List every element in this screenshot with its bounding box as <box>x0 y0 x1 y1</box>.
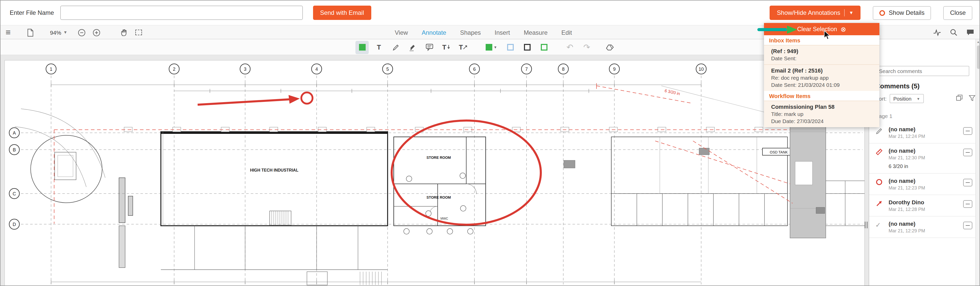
sort-select[interactable]: Position ▼ <box>889 94 924 103</box>
ribbon-tabs: View Annotate Shapes Insert Measure Edit <box>395 25 572 39</box>
svg-text:D: D <box>13 222 16 227</box>
swatch-green[interactable] <box>537 41 550 54</box>
page-thumbnails-icon[interactable] <box>27 25 34 39</box>
inbox-item[interactable]: (Ref : 949) Date Sent: <box>764 45 880 64</box>
redo-icon[interactable]: ↷ <box>580 41 593 54</box>
svg-text:10: 10 <box>698 67 704 72</box>
comment-timestamp: Mar 21, 12:29 PM <box>889 228 959 234</box>
comment-timestamp: Mar 21, 12:30 PM <box>889 155 959 160</box>
mouse-cursor <box>824 30 831 40</box>
button-divider <box>845 9 845 16</box>
comment-list: (no name) Mar 21, 12:24 PM (no name) Mar… <box>869 122 975 238</box>
zoom-select[interactable]: 94% ▼ <box>50 29 67 35</box>
svg-text:8: 8 <box>562 67 565 72</box>
chevron-down-icon: ▼ <box>493 46 497 49</box>
collapse-comment-button[interactable] <box>963 149 972 156</box>
item-line: Date Sent: <box>771 55 874 61</box>
inbox-item[interactable]: Email 2 (Ref : 2516) Re: doc reg markup … <box>764 64 880 91</box>
collapse-comment-button[interactable] <box>963 200 972 208</box>
marquee-select-icon[interactable] <box>135 25 142 39</box>
text-arrow-tool[interactable]: T <box>457 41 470 54</box>
send-with-email-button[interactable]: Send with Email <box>313 6 371 20</box>
comment-timestamp: Mar 21, 12:24 PM <box>889 134 959 139</box>
text-callout-tool[interactable]: T <box>440 41 453 54</box>
comment-item[interactable]: Dorothy Dino Mar 21, 12:28 PM <box>869 195 975 216</box>
green-outline-swatch-icon <box>541 44 547 51</box>
fill-color-picker[interactable]: ▼ <box>483 41 500 54</box>
pen-tool-icon[interactable] <box>389 41 402 54</box>
text-tool[interactable]: T <box>372 41 385 54</box>
chevron-down-icon: ▼ <box>917 97 920 100</box>
comment-timestamp: Mar 21, 12:28 PM <box>889 207 959 212</box>
svg-text:C: C <box>13 191 16 196</box>
svg-text:A: A <box>13 130 16 136</box>
svg-text:MWC: MWC <box>441 217 448 220</box>
item-line: Date Sent: 21/03/2024 01:09 <box>771 82 874 88</box>
tab-edit[interactable]: Edit <box>562 29 572 36</box>
panel-scrollbar[interactable]: ▲ <box>975 39 980 286</box>
show-details-button[interactable]: Show Details <box>873 6 931 20</box>
tab-annotate[interactable]: Annotate <box>422 29 446 36</box>
swatch-light-blue[interactable] <box>504 41 517 54</box>
svg-text:3: 3 <box>244 67 247 72</box>
svg-text:HIGH TECH INDUSTRIAL: HIGH TECH INDUSTRIAL <box>250 168 299 172</box>
collapse-comment-button[interactable] <box>963 179 972 186</box>
app-window: Enter File Name Send with Email Show/Hid… <box>0 0 980 286</box>
eraser-icon[interactable] <box>603 41 616 54</box>
filter-comments-icon[interactable] <box>969 94 975 103</box>
collapse-comment-button[interactable] <box>963 127 972 135</box>
workflow-items-title: Workflow Items <box>764 91 880 101</box>
menu-icon[interactable]: ≡ <box>6 25 11 39</box>
tab-insert[interactable]: Insert <box>495 29 510 36</box>
panel-splitter-handle[interactable] <box>864 220 869 229</box>
comment-author: (no name) <box>889 148 959 154</box>
zoom-out-icon[interactable] <box>78 25 86 39</box>
comments-panel-icon[interactable] <box>966 25 974 39</box>
svg-text:7: 7 <box>525 67 528 72</box>
svg-text:9: 9 <box>613 67 616 72</box>
chevron-down-icon: ▼ <box>849 11 854 15</box>
svg-text:OSD TANK: OSD TANK <box>770 150 788 154</box>
undo-icon[interactable]: ↶ <box>563 41 577 54</box>
check-annotation-icon: ✓ <box>875 221 885 234</box>
collapse-comment-button[interactable] <box>963 222 972 229</box>
comment-item[interactable]: (no name) Mar 21, 12:23 PM <box>869 174 975 195</box>
comment-author: (no name) <box>889 221 959 227</box>
tab-measure[interactable]: Measure <box>524 29 547 36</box>
close-button[interactable]: Close <box>943 6 972 20</box>
measurement-annotation-icon <box>875 148 885 169</box>
show-hide-annotations-button[interactable]: Show/Hide Annotations ▼ <box>770 6 861 20</box>
comment-item[interactable]: (no name) Mar 21, 12:30 PM 6 3/20 in <box>869 143 975 174</box>
show-hide-annotations-label: Show/Hide Annotations <box>777 9 840 16</box>
search-icon[interactable] <box>950 25 958 39</box>
item-title: Email 2 (Ref : 2516) <box>771 67 874 73</box>
comment-tool-icon[interactable] <box>423 41 436 54</box>
comment-item[interactable]: ✓ (no name) Mar 21, 12:29 PM <box>869 216 975 238</box>
drawing-canvas[interactable]: 1 2 3 4 5 6 7 8 9 10 A B C D <box>0 55 869 286</box>
close-circle-icon[interactable]: ⊗ <box>841 26 846 32</box>
inbox-items-title: Inbox Items <box>764 35 880 45</box>
workflow-item[interactable]: Commissioning Plan 58 Title: mark up Due… <box>764 101 880 127</box>
floor-plan-drawing: 1 2 3 4 5 6 7 8 9 10 A B C D <box>0 55 869 286</box>
comment-author: (no name) <box>889 126 959 132</box>
tab-view[interactable]: View <box>395 29 408 36</box>
scrollbar-thumb[interactable] <box>977 46 980 69</box>
rectangle-tool-selected[interactable] <box>355 41 369 54</box>
annotations-dropdown: Clear Selection ⊗ Inbox Items (Ref : 949… <box>764 23 880 127</box>
zoom-in-icon[interactable] <box>92 25 100 39</box>
annotation-activity-icon[interactable] <box>933 25 941 39</box>
tab-shapes[interactable]: Shapes <box>460 29 481 36</box>
highlighter-tool-icon[interactable] <box>406 41 419 54</box>
item-line: Due Date: 27/03/2024 <box>771 118 874 124</box>
svg-text:6: 6 <box>473 67 476 72</box>
item-line: Re: doc reg markup app <box>771 75 874 81</box>
comment-item[interactable]: (no name) Mar 21, 12:24 PM <box>869 122 975 143</box>
search-comments-input[interactable] <box>875 66 969 76</box>
scroll-up-icon[interactable]: ▲ <box>976 39 980 44</box>
item-line: Title: mark up <box>771 111 874 117</box>
export-comments-icon[interactable] <box>956 94 963 103</box>
swatch-black[interactable] <box>520 41 534 54</box>
file-name-input[interactable] <box>60 6 302 20</box>
blue-outline-swatch-icon <box>507 44 514 51</box>
pan-hand-icon[interactable] <box>120 25 128 39</box>
